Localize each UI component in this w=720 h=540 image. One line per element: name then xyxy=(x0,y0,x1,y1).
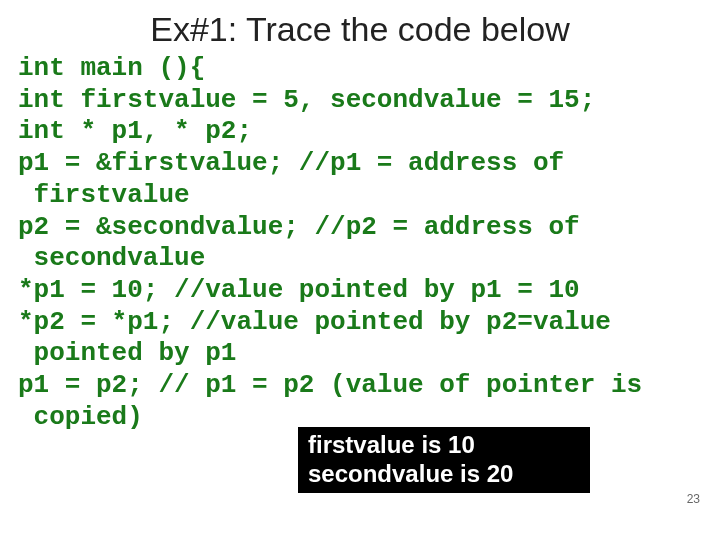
code-block: int main (){ int firstvalue = 5, secondv… xyxy=(0,53,720,434)
slide: Ex#1: Trace the code below int main (){ … xyxy=(0,0,720,540)
page-number: 23 xyxy=(687,492,700,506)
slide-title: Ex#1: Trace the code below xyxy=(0,0,720,53)
overlay-line-1: firstvalue is 10 xyxy=(308,431,580,460)
overlay-line-2: secondvalue is 20 xyxy=(308,460,580,489)
output-overlay: firstvalue is 10 secondvalue is 20 xyxy=(298,427,590,493)
